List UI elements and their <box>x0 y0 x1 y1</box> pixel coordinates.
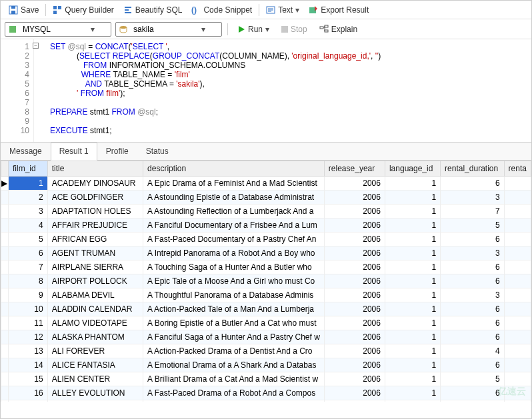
table-row[interactable]: 3ADAPTATION HOLESA Astounding Reflection… <box>1 205 531 218</box>
cell[interactable]: ALASKA PHANTOM <box>47 330 143 344</box>
cell[interactable]: 1 <box>385 316 440 330</box>
cell[interactable]: A Action-Packed Drama of a Dentist And a… <box>143 344 325 358</box>
cell[interactable]: A Fast-Paced Documentary of a Pastry Che… <box>143 232 325 246</box>
run-button[interactable]: Run ▾ <box>233 23 273 35</box>
cell[interactable]: A Fast-Paced Character Study of a Compos… <box>143 400 325 402</box>
cell[interactable]: 2 <box>8 191 47 205</box>
column-header-film-id[interactable]: film_id <box>8 161 47 177</box>
cell[interactable]: 1 <box>385 205 440 218</box>
cell[interactable]: 6 <box>441 232 505 246</box>
table-row[interactable]: 13ALI FOREVERA Action-Packed Drama of a … <box>1 344 531 358</box>
column-header-language-id[interactable]: language_id <box>385 161 440 177</box>
cell[interactable]: 5 <box>441 218 505 232</box>
stop-button[interactable]: Stop <box>277 23 311 35</box>
cell[interactable]: 1 <box>385 344 440 358</box>
sql-editor[interactable]: 1− 2345 6 78910 SET @sql = CONCAT('SELEC… <box>1 39 531 143</box>
column-header-rental-duration[interactable]: rental_duration <box>441 161 505 177</box>
cell[interactable] <box>504 191 531 205</box>
cell[interactable]: ALICE FANTASIA <box>47 358 143 372</box>
tab-message[interactable]: Message <box>1 143 51 160</box>
table-row[interactable]: 12ALASKA PHANTOMA Fanciful Saga of a Hun… <box>1 330 531 344</box>
cell[interactable]: 2006 <box>324 302 385 316</box>
cell[interactable]: A Touching Saga of a Hunter And a Butler… <box>143 260 325 274</box>
cell[interactable]: 1 <box>385 191 440 205</box>
beautify-sql-button[interactable]: Beautify SQL <box>119 4 187 16</box>
cell[interactable] <box>504 358 531 372</box>
cell[interactable] <box>504 218 531 232</box>
cell[interactable]: 2006 <box>324 191 385 205</box>
cell[interactable]: 1 <box>385 232 440 246</box>
column-header-title[interactable]: title <box>47 161 143 177</box>
cell[interactable]: 6 <box>8 246 47 260</box>
cell[interactable]: 2006 <box>324 288 385 302</box>
cell[interactable]: ADAPTATION HOLES <box>47 205 143 218</box>
cell[interactable]: 7 <box>8 260 47 274</box>
cell[interactable]: A Fanciful Documentary of a Frisbee And … <box>143 218 325 232</box>
cell[interactable]: A Boring Epistle of a Butler And a Cat w… <box>143 316 325 330</box>
table-row[interactable]: 15ALIEN CENTERA Brilliant Drama of a Cat… <box>1 372 531 386</box>
cell[interactable]: 2006 <box>324 372 385 386</box>
cell[interactable] <box>504 288 531 302</box>
cell[interactable]: 2006 <box>324 400 385 402</box>
cell[interactable]: ALI FOREVER <box>47 344 143 358</box>
query-builder-button[interactable]: Query Builder <box>49 4 117 16</box>
cell[interactable]: 6 <box>441 330 505 344</box>
cell[interactable]: 1 <box>385 260 440 274</box>
cell[interactable]: 2006 <box>324 232 385 246</box>
cell[interactable] <box>504 205 531 218</box>
table-row[interactable]: 8AIRPORT POLLOCKA Epic Tale of a Moose A… <box>1 274 531 288</box>
cell[interactable]: ALAMO VIDEOTAPE <box>47 316 143 330</box>
cell[interactable]: 2006 <box>324 177 385 191</box>
cell[interactable]: A Epic Drama of a Feminist And a Mad Sci… <box>143 177 325 191</box>
cell[interactable] <box>504 260 531 274</box>
cell[interactable]: 1 <box>385 274 440 288</box>
cell[interactable] <box>504 177 531 191</box>
cell[interactable]: 4 <box>441 344 505 358</box>
cell[interactable]: 3 <box>441 246 505 260</box>
cell[interactable] <box>504 344 531 358</box>
cell[interactable]: 1 <box>385 400 440 402</box>
cell[interactable]: 6 <box>441 260 505 274</box>
cell[interactable]: ACE GOLDFINGER <box>47 191 143 205</box>
cell[interactable]: 2006 <box>324 205 385 218</box>
cell[interactable]: AIRPLANE SIERRA <box>47 260 143 274</box>
text-button[interactable]: Text ▾ <box>262 4 303 16</box>
cell[interactable]: 6 <box>441 386 505 400</box>
table-row[interactable]: 5AFRICAN EGGA Fast-Paced Documentary of … <box>1 232 531 246</box>
cell[interactable]: 1 <box>385 372 440 386</box>
cell[interactable]: A Intrepid Panorama of a Robot And a Boy… <box>143 246 325 260</box>
cell[interactable]: 1 <box>385 288 440 302</box>
code-area[interactable]: SET @sql = CONCAT('SELECT ', (SELECT REP… <box>34 39 381 142</box>
cell[interactable]: ALABAMA DEVIL <box>47 288 143 302</box>
tab-result-1[interactable]: Result 1 <box>51 143 97 161</box>
cell[interactable]: 2006 <box>324 246 385 260</box>
cell[interactable]: 10 <box>8 302 47 316</box>
cell[interactable]: 1 <box>385 302 440 316</box>
fold-icon[interactable]: − <box>33 43 39 49</box>
cell[interactable]: A Action-Packed Tale of a Man And a Lumb… <box>143 302 325 316</box>
cell[interactable] <box>504 400 531 402</box>
cell[interactable]: 1 <box>385 358 440 372</box>
export-result-button[interactable]: Export Result <box>305 4 373 16</box>
cell[interactable] <box>504 316 531 330</box>
cell[interactable]: 5 <box>441 372 505 386</box>
cell[interactable]: 1 <box>8 177 47 191</box>
cell[interactable]: AIRPORT POLLOCK <box>47 274 143 288</box>
cell[interactable]: 2006 <box>324 218 385 232</box>
cell[interactable]: ALONE TRIP <box>47 400 143 402</box>
cell[interactable]: AFRICAN EGG <box>47 232 143 246</box>
cell[interactable]: 2006 <box>324 260 385 274</box>
cell[interactable]: A Epic Tale of a Moose And a Girl who mu… <box>143 274 325 288</box>
cell[interactable] <box>504 246 531 260</box>
cell[interactable]: 14 <box>8 358 47 372</box>
cell[interactable]: 9 <box>8 288 47 302</box>
cell[interactable]: A Astounding Reflection of a Lumberjack … <box>143 205 325 218</box>
cell[interactable]: A Fanciful Saga of a Hunter And a Pastry… <box>143 330 325 344</box>
cell[interactable]: 4 <box>8 218 47 232</box>
cell[interactable]: A Fast-Paced Drama of a Robot And a Comp… <box>143 386 325 400</box>
cell[interactable] <box>504 330 531 344</box>
column-header-description[interactable]: description <box>143 161 325 177</box>
cell[interactable]: 15 <box>8 372 47 386</box>
cell[interactable]: 2006 <box>324 330 385 344</box>
cell[interactable]: 16 <box>8 386 47 400</box>
